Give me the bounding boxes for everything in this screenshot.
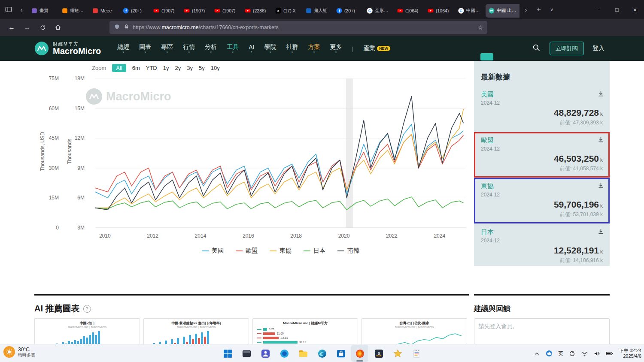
firefox-view-icon[interactable] <box>3 3 15 16</box>
download-icon[interactable] <box>598 90 604 99</box>
minimize-button[interactable]: – <box>590 0 608 19</box>
browser-tab[interactable]: f(20+) <box>120 4 149 18</box>
browser-tab[interactable]: (1907) <box>211 4 241 18</box>
maximize-button[interactable]: □ <box>608 0 626 19</box>
zoom-option-5y[interactable]: 5y <box>199 65 205 71</box>
wifi-icon[interactable] <box>581 350 588 357</box>
browser-tab[interactable]: X(17) X <box>272 4 302 18</box>
nav-item-產業[interactable]: 產業NEW <box>363 45 390 52</box>
browser-tab[interactable]: (2286) <box>242 4 271 18</box>
url-bar[interactable]: https://www.macromicro.me/charts/17660/c… <box>109 21 487 34</box>
teams-taskbar-icon[interactable] <box>257 345 274 362</box>
ime-icon[interactable]: 英 <box>558 350 563 357</box>
forward-button[interactable]: → <box>21 21 33 34</box>
notepad-taskbar-icon[interactable] <box>408 345 425 362</box>
close-button[interactable]: × <box>626 0 644 19</box>
nav-item-學院[interactable]: 學院▾ <box>264 43 276 54</box>
nav-item-分析[interactable]: 分析▾ <box>205 43 217 54</box>
site-logo[interactable]: 財經M平方 MacroMicro <box>34 41 101 56</box>
help-icon[interactable]: ? <box>83 305 91 313</box>
chevron-down-icon: ▾ <box>232 51 234 54</box>
weather-widget[interactable]: 30°C 晴時多雲 <box>3 346 35 358</box>
browser-tab[interactable]: (1064) <box>394 4 424 18</box>
onedrive-icon[interactable] <box>545 350 553 357</box>
zoom-option-YTD[interactable]: YTD <box>146 65 157 71</box>
nav-item-專區[interactable]: 專區▾ <box>161 43 173 54</box>
ai-card-subtitle: MacroMicro.me | MacroMicro <box>37 326 137 329</box>
mini-hbar-row: -14.83 <box>257 336 355 340</box>
partial-floating-button[interactable] <box>480 53 493 60</box>
nav-item-AI[interactable]: AI▾ <box>249 44 254 53</box>
zoom-option-10y[interactable]: 10y <box>211 65 220 71</box>
nav-item-社群[interactable]: 社群▾ <box>286 43 298 54</box>
volume-icon[interactable] <box>593 350 601 357</box>
download-icon[interactable] <box>598 228 604 236</box>
nav-item-方案[interactable]: 方案▾ <box>308 43 320 54</box>
nav-item-圖表[interactable]: 圖表▾ <box>139 43 151 54</box>
new-badge: NEW <box>377 46 390 51</box>
browser-tab[interactable]: 中國-出口金額× <box>486 4 519 18</box>
zoom-option-6m[interactable]: 6m <box>132 65 140 71</box>
browser-tab[interactable]: G全形半形 <box>364 4 393 18</box>
tab-close-icon[interactable]: × <box>519 8 519 14</box>
legend-item-日本[interactable]: 日本 <box>304 247 325 255</box>
legend-item-美國[interactable]: 美國 <box>202 247 224 255</box>
edge-taskbar-icon[interactable] <box>313 345 331 362</box>
browser-tab[interactable]: 縮短網址 <box>59 4 88 18</box>
zoom-option-2y[interactable]: 2y <box>175 65 181 71</box>
browser-tab[interactable]: Meee <box>89 4 119 18</box>
chevron-down-icon: ▾ <box>313 51 315 54</box>
chart-plot[interactable] <box>95 78 466 228</box>
firefox-taskbar-icon[interactable] <box>351 345 368 362</box>
chevron-up-icon[interactable] <box>534 350 540 357</box>
browser-circle-taskbar-icon[interactable] <box>276 345 293 362</box>
subscribe-button[interactable]: 立即訂閱 <box>550 42 584 55</box>
section-divider-left <box>34 294 469 296</box>
legend-item-南韓[interactable]: 南韓 <box>337 247 359 255</box>
tab-scroll-left-button[interactable]: ‹ <box>15 3 27 16</box>
header-actions: 立即訂閱 登入 <box>532 42 644 55</box>
login-button[interactable]: 登入 <box>592 45 605 52</box>
legend-item-歐盟[interactable]: 歐盟 <box>236 247 258 255</box>
latest-item-date: 2024-12 <box>481 146 603 152</box>
browser-tab[interactable]: 鬼人紅 <box>303 4 332 18</box>
start-taskbar-icon[interactable] <box>219 345 236 362</box>
update-icon[interactable] <box>568 350 576 357</box>
bookmark-star-icon[interactable]: ☆ <box>477 24 483 31</box>
search-icon[interactable] <box>532 43 541 54</box>
nav-item-總經[interactable]: 總經▾ <box>117 43 129 54</box>
zoom-option-1y[interactable]: 1y <box>163 65 169 71</box>
browser-tab[interactable]: (1907) <box>181 4 210 18</box>
battery-icon[interactable] <box>606 350 614 357</box>
download-icon[interactable] <box>598 182 604 190</box>
browser-tab[interactable]: G中國出口 <box>455 4 485 18</box>
home-button[interactable] <box>52 21 64 34</box>
browser-tab[interactable]: (1907) <box>150 4 180 18</box>
taskbar-clock[interactable]: 下午 02:24 2025/4/6 <box>619 348 641 359</box>
folder-taskbar-icon[interactable] <box>295 345 312 362</box>
download-icon[interactable] <box>598 136 604 145</box>
lock-icon[interactable] <box>124 24 129 31</box>
chart-zoom-toolbar: Zoom All6mYTD1y2y3y5y10y <box>92 64 220 72</box>
nav-item-行情[interactable]: 行情▾ <box>183 43 195 54</box>
browser-tab[interactable]: f(20+) <box>333 4 363 18</box>
new-tab-button[interactable]: + <box>533 3 545 16</box>
zoom-option-All[interactable]: All <box>112 64 126 72</box>
latest-item-unit: k <box>600 249 603 255</box>
legend-item-東協[interactable]: 東協 <box>270 247 292 255</box>
tab-scroll-right-button[interactable]: › <box>520 3 532 16</box>
nav-item-工具[interactable]: 工具▾ <box>227 43 239 54</box>
favorites-taskbar-icon[interactable] <box>389 345 406 362</box>
amazon-taskbar-icon[interactable]: a <box>370 345 387 362</box>
nav-item-更多[interactable]: 更多▾ <box>330 43 342 54</box>
zoom-option-3y[interactable]: 3y <box>187 65 193 71</box>
left-axis-tick: 15M <box>41 195 59 201</box>
browser-tab[interactable]: 畫質 <box>28 4 58 18</box>
tracking-shield-icon[interactable] <box>114 24 120 32</box>
back-button[interactable]: ← <box>5 21 18 34</box>
browser-tab[interactable]: (1064) <box>425 4 454 18</box>
store-taskbar-icon[interactable] <box>332 345 349 362</box>
list-tabs-button[interactable]: ∨ <box>546 3 558 16</box>
reload-button[interactable] <box>36 21 49 34</box>
explorer-dark-taskbar-icon[interactable] <box>238 345 255 362</box>
